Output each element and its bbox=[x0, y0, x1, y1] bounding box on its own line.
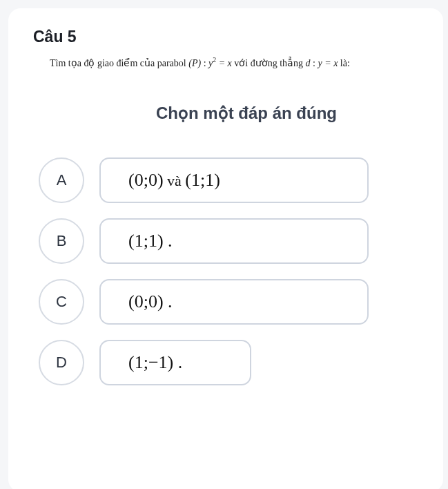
option-answer-d[interactable]: (1;−1) . bbox=[99, 340, 251, 385]
qtext-colon1: : bbox=[204, 58, 208, 68]
question-number: Câu 5 bbox=[33, 28, 418, 46]
option-row-b: B (1;1) . bbox=[39, 218, 418, 264]
qtext-tail: là: bbox=[340, 58, 350, 68]
option-answer-b[interactable]: (1;1) . bbox=[99, 218, 369, 264]
qtext-prefix: Tìm tọa độ giao điểm của parabol bbox=[50, 58, 188, 68]
option-math-a: (0;0) và (1;1) bbox=[128, 170, 220, 191]
option-letter-c[interactable]: C bbox=[39, 279, 84, 325]
option-math-c: (0;0) . bbox=[128, 291, 173, 312]
qtext-p-label: (P) bbox=[188, 58, 201, 68]
option-letter-a[interactable]: A bbox=[39, 157, 84, 203]
option-letter-b[interactable]: B bbox=[39, 218, 84, 264]
qtext-eq1-rhs: = x bbox=[216, 58, 232, 68]
question-card: Câu 5 Tìm tọa độ giao điểm của parabol (… bbox=[8, 8, 443, 489]
qtext-mid: với đường thẳng bbox=[234, 58, 305, 68]
option-answer-c[interactable]: (0;0) . bbox=[99, 279, 369, 325]
option-row-c: C (0;0) . bbox=[39, 279, 418, 325]
instruction-text: Chọn một đáp án đúng bbox=[116, 104, 377, 123]
option-answer-a[interactable]: (0;0) và (1;1) bbox=[99, 157, 369, 203]
qtext-eq2: y = x bbox=[318, 58, 338, 68]
option-math-b: (1;1) . bbox=[128, 231, 173, 251]
option-row-d: D (1;−1) . bbox=[39, 340, 418, 385]
option-letter-d[interactable]: D bbox=[39, 340, 84, 385]
option-row-a: A (0;0) và (1;1) bbox=[39, 157, 418, 203]
question-text: Tìm tọa độ giao điểm của parabol (P) : y… bbox=[50, 56, 418, 69]
option-math-d: (1;−1) . bbox=[128, 352, 182, 373]
qtext-d-label: d bbox=[306, 58, 311, 68]
